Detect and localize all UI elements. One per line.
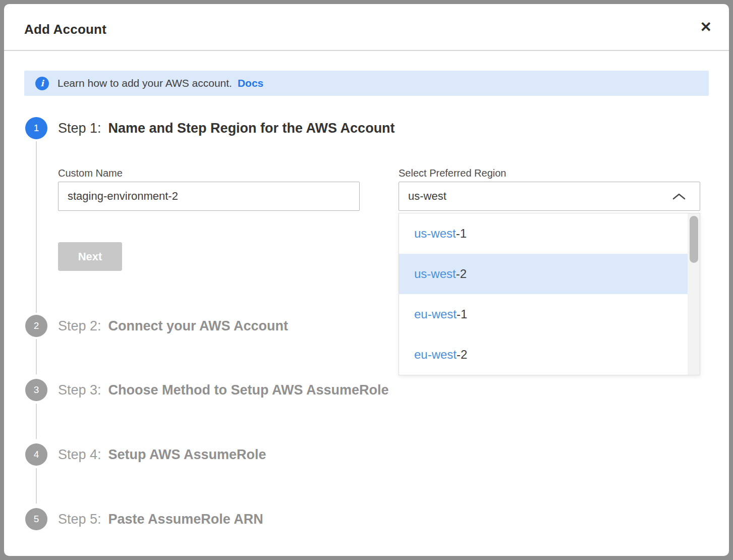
option-rest-text: -1 [457, 307, 467, 321]
modal-title: Add Account [24, 22, 106, 37]
step-connector-2 [36, 339, 37, 374]
step-4-badge: 4 [25, 443, 47, 466]
add-account-modal: Add Account ✕ i Learn how to add your AW… [4, 4, 729, 556]
step-1-badge: 1 [25, 117, 47, 139]
step-row-1: 1 Step 1: Name and Step Region for the A… [25, 117, 395, 139]
custom-name-input[interactable] [58, 182, 360, 211]
step-connector-1 [36, 141, 37, 313]
option-rest-text: -1 [456, 227, 467, 241]
region-select[interactable]: us-west [399, 182, 700, 211]
dropdown-option-us-west-1[interactable]: us-west-1 [399, 213, 689, 254]
step-5-prefix: Step 5: [58, 512, 101, 527]
step-5-badge: 5 [25, 508, 47, 530]
step-1-title: Name and Step Region for the AWS Account [108, 121, 395, 136]
step-4-prefix: Step 4: [58, 447, 101, 463]
modal-header: Add Account ✕ [4, 4, 729, 51]
dropdown-option-eu-west-2[interactable]: eu-west-2 [399, 334, 689, 375]
step-3-title: Choose Method to Setup AWS AssumeRole [108, 382, 389, 398]
step-row-2: 2 Step 2: Connect your AWS Account [25, 315, 288, 337]
option-rest-text: -2 [456, 267, 467, 281]
step-1-prefix: Step 1: [58, 121, 101, 136]
step-3-badge: 3 [25, 379, 47, 401]
region-label: Select Preferred Region [399, 167, 506, 179]
step-2-prefix: Step 2: [58, 318, 101, 334]
step-row-3: 3 Step 3: Choose Method to Setup AWS Ass… [25, 379, 389, 401]
banner-text: Learn how to add your AWS account. [58, 77, 232, 89]
custom-name-label: Custom Name [58, 167, 123, 179]
step-4-title: Setup AWS AssumeRole [108, 447, 266, 463]
dropdown-option-us-west-2[interactable]: us-west-2 [399, 254, 689, 294]
close-icon[interactable]: ✕ [700, 20, 712, 34]
dropdown-option-eu-west-1[interactable]: eu-west-1 [399, 294, 689, 334]
dropdown-scrollbar[interactable] [688, 213, 700, 375]
option-match-text: eu-west [414, 307, 457, 321]
region-dropdown: us-west-1 us-west-2 eu-west-1 eu-west-2 [399, 213, 700, 375]
step-row-4: 4 Step 4: Setup AWS AssumeRole [25, 443, 266, 466]
step-2-title: Connect your AWS Account [108, 318, 289, 334]
step-3-prefix: Step 3: [58, 382, 101, 398]
step-connector-3 [36, 404, 37, 439]
next-button[interactable]: Next [58, 242, 122, 271]
info-banner: i Learn how to add your AWS account. Doc… [24, 71, 709, 96]
step-5-title: Paste AssumeRole ARN [108, 512, 263, 527]
info-icon: i [35, 77, 49, 90]
region-select-value: us-west [408, 190, 672, 203]
step-2-badge: 2 [25, 315, 47, 337]
docs-link[interactable]: Docs [238, 77, 263, 89]
step-connector-4 [36, 468, 37, 503]
option-match-text: us-west [414, 267, 456, 281]
option-rest-text: -2 [457, 348, 467, 362]
dropdown-scrollbar-thumb[interactable] [690, 216, 698, 263]
chevron-up-icon [672, 193, 686, 200]
step-row-5: 5 Step 5: Paste AssumeRole ARN [25, 508, 263, 530]
option-match-text: eu-west [414, 348, 457, 362]
option-match-text: us-west [414, 227, 456, 241]
